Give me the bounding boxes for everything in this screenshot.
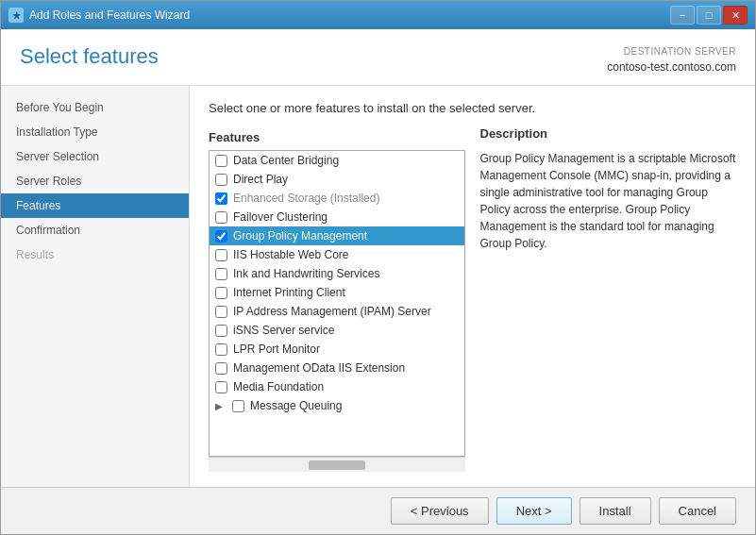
horizontal-scrollbar[interactable] [209,457,465,472]
header-area: Select features DESTINATION SERVER conto… [1,29,755,86]
list-item[interactable]: Internet Printing Client [210,283,464,302]
feature-checkbox-enhanced-storage[interactable] [215,192,227,205]
description-text: Group Policy Management is a scriptable … [480,150,737,252]
sidebar-item-installation-type[interactable]: Installation Type [1,120,189,144]
features-area: Features Data Center Bridging [209,126,736,472]
feature-checkbox-data-center-bridging[interactable] [215,155,227,167]
minimize-button[interactable]: − [670,6,695,25]
sidebar-item-before-you-begin[interactable]: Before You Begin [1,95,189,120]
feature-checkbox-message-queuing[interactable] [232,400,244,412]
feature-checkbox-failover-clustering[interactable] [215,211,227,224]
sidebar-item-server-roles[interactable]: Server Roles [1,169,189,193]
list-item[interactable]: iSNS Server service [210,321,464,340]
sidebar-item-confirmation[interactable]: Confirmation [1,218,189,242]
sidebar: Before You Begin Installation Type Serve… [1,86,190,487]
description-panel: Description Group Policy Management is a… [480,126,737,472]
feature-checkbox-ip-address-management[interactable] [215,306,227,318]
feature-checkbox-isns-server-service[interactable] [215,325,227,337]
features-scrollable[interactable]: Data Center Bridging Direct Play Enhance… [210,151,464,456]
feature-label-failover-clustering: Failover Clustering [233,210,328,224]
title-bar: ★ Add Roles and Features Wizard − □ ✕ [1,1,755,29]
feature-label-isns-server-service: iSNS Server service [233,324,334,337]
footer: < Previous Next > Install Cancel [1,487,755,534]
previous-button[interactable]: < Previous [391,497,489,525]
feature-checkbox-internet-printing-client[interactable] [215,287,227,299]
title-bar-left: ★ Add Roles and Features Wizard [8,8,190,23]
feature-label-lpr-port-monitor: LPR Port Monitor [233,343,320,356]
feature-label-direct-play: Direct Play [233,173,288,186]
feature-label-ip-address-management: IP Address Management (IPAM) Server [233,305,431,318]
feature-label-internet-printing-client: Internet Printing Client [233,286,345,299]
sidebar-item-results: Results [1,242,189,267]
list-item[interactable]: Management OData IIS Extension [210,359,464,377]
feature-label-enhanced-storage: Enhanced Storage (Installed) [233,192,379,205]
instruction-text: Select one or more features to install o… [209,101,736,115]
main-window: ★ Add Roles and Features Wizard − □ ✕ Se… [0,0,756,535]
expand-icon[interactable]: ▶ [215,401,227,411]
list-item[interactable]: LPR Port Monitor [210,340,464,359]
feature-checkbox-lpr-port-monitor[interactable] [215,343,227,356]
install-button[interactable]: Install [580,497,651,525]
features-list: Data Center Bridging Direct Play Enhance… [210,151,464,415]
page-title: Select features [20,44,159,69]
feature-label-message-queuing: Message Queuing [250,399,342,412]
close-button[interactable]: ✕ [723,6,748,25]
features-wrapper: Features Data Center Bridging [209,126,465,472]
main-content: Select one or more features to install o… [190,86,755,487]
app-icon: ★ [8,8,24,23]
window-controls: − □ ✕ [670,6,748,25]
features-list-container: Data Center Bridging Direct Play Enhance… [209,150,465,457]
feature-label-media-foundation: Media Foundation [233,380,324,393]
features-header: Features [209,126,465,150]
destination-server-info: DESTINATION SERVER contoso-test.contoso.… [607,44,736,75]
list-item[interactable]: Enhanced Storage (Installed) [210,189,464,208]
destination-label: DESTINATION SERVER [607,44,736,59]
feature-checkbox-direct-play[interactable] [215,174,227,186]
list-item[interactable]: Ink and Handwriting Services [210,264,464,283]
page-title-text: Select features [20,44,159,69]
maximize-button[interactable]: □ [697,6,721,25]
destination-name: contoso-test.contoso.com [607,59,736,75]
list-item[interactable]: Failover Clustering [210,208,464,226]
feature-checkbox-iis-hostable-web-core[interactable] [215,249,227,261]
feature-label-management-odata-iis: Management OData IIS Extension [233,361,405,375]
main-body: Before You Begin Installation Type Serve… [1,86,755,487]
feature-label-data-center-bridging: Data Center Bridging [233,154,339,167]
description-header: Description [480,126,737,144]
list-item[interactable]: Group Policy Management [210,226,464,245]
h-scroll-thumb [309,460,365,470]
content-area: Select features DESTINATION SERVER conto… [1,29,755,534]
window-title: Add Roles and Features Wizard [29,8,190,22]
list-item[interactable]: IP Address Management (IPAM) Server [210,302,464,321]
cancel-button[interactable]: Cancel [659,497,736,525]
list-item[interactable]: Media Foundation [210,377,464,396]
feature-checkbox-group-policy-management[interactable] [215,230,227,242]
feature-label-iis-hostable-web-core: IIS Hostable Web Core [233,248,349,261]
feature-label-group-policy-management: Group Policy Management [233,229,367,242]
feature-checkbox-management-odata-iis[interactable] [215,362,227,375]
feature-label-ink-handwriting-services: Ink and Handwriting Services [233,267,379,280]
list-item[interactable]: IIS Hostable Web Core [210,245,464,264]
feature-checkbox-ink-handwriting-services[interactable] [215,268,227,280]
sidebar-item-server-selection[interactable]: Server Selection [1,144,189,169]
sidebar-item-features[interactable]: Features [1,193,189,218]
list-item[interactable]: Data Center Bridging [210,151,464,170]
next-button[interactable]: Next > [496,497,572,525]
list-item[interactable]: Direct Play [210,170,464,189]
feature-checkbox-media-foundation[interactable] [215,381,227,393]
list-item[interactable]: ▶ Message Queuing [210,396,464,415]
